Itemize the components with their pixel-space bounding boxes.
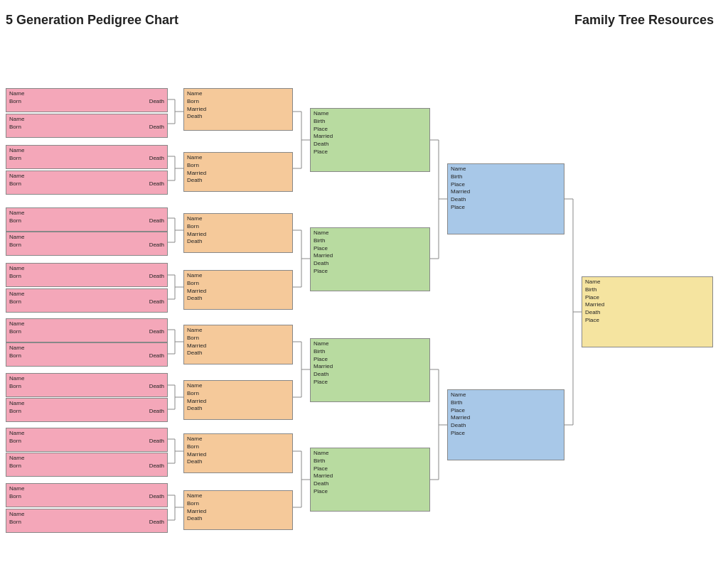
gen2-1-name: Name <box>187 90 289 98</box>
gen2-box-4: Name Born Married Death <box>183 270 293 310</box>
gen1-box-14: Name BornDeath <box>6 453 168 477</box>
gen4-2-married: Married <box>451 414 561 422</box>
gen1-4-name: Name <box>9 173 164 180</box>
gen1-8-born: BornDeath <box>9 298 164 306</box>
gen1-box-6: Name BornDeath <box>6 232 168 256</box>
gen3-1-place2: Place <box>314 148 427 156</box>
gen2-box-6: Name Born Married Death <box>183 380 293 420</box>
gen4-2-place1: Place <box>451 407 561 415</box>
gen1-box-13: Name BornDeath <box>6 428 168 452</box>
page-title: 5 Generation Pedigree Chart <box>6 13 178 28</box>
gen2-6-death: Death <box>187 405 289 413</box>
gen1-10-born: BornDeath <box>9 352 164 360</box>
gen2-4-married: Married <box>187 288 289 296</box>
gen3-3-place2: Place <box>314 379 427 387</box>
gen2-1-death: Death <box>187 113 289 121</box>
gen4-1-place1: Place <box>451 181 561 189</box>
gen1-box-3: Name BornDeath <box>6 145 168 169</box>
gen1-1-born: BornDeath <box>9 98 164 106</box>
gen1-16-name: Name <box>9 511 164 519</box>
gen1-3-name: Name <box>9 147 164 155</box>
gen2-1-married: Married <box>187 106 289 114</box>
gen1-box-7: Name BornDeath <box>6 263 168 287</box>
gen4-2-death: Death <box>451 422 561 430</box>
gen3-2-married: Married <box>314 252 427 260</box>
gen2-box-5: Name Born Married Death <box>183 325 293 364</box>
gen1-13-name: Name <box>9 430 164 438</box>
gen3-2-place1: Place <box>314 245 427 253</box>
gen1-box-16: Name BornDeath <box>6 509 168 533</box>
chart-area: Name BornDeath Name BornDeath Name BornD… <box>3 37 725 559</box>
gen2-7-death: Death <box>187 458 289 466</box>
gen2-8-name: Name <box>187 492 289 500</box>
gen2-7-name: Name <box>187 436 289 443</box>
gen2-7-married: Married <box>187 451 289 459</box>
gen3-box-1: Name Birth Place Married Death Place <box>310 108 430 172</box>
gen5-1-married: Married <box>585 301 710 309</box>
gen2-6-name: Name <box>187 382 289 390</box>
gen2-5-name: Name <box>187 327 289 335</box>
gen4-box-2: Name Birth Place Married Death Place <box>447 389 564 460</box>
gen1-14-born: BornDeath <box>9 463 164 470</box>
gen4-1-married: Married <box>451 188 561 196</box>
gen1-box-5: Name BornDeath <box>6 207 168 232</box>
gen3-4-place2: Place <box>314 488 427 496</box>
gen1-16-born: BornDeath <box>9 519 164 526</box>
gen2-6-married: Married <box>187 398 289 406</box>
gen2-5-death: Death <box>187 350 289 357</box>
gen2-box-3: Name Born Married Death <box>183 213 293 253</box>
gen1-14-name: Name <box>9 455 164 463</box>
gen3-box-3: Name Birth Place Married Death Place <box>310 338 430 402</box>
gen1-5-name: Name <box>9 210 164 217</box>
gen1-2-name: Name <box>9 116 164 124</box>
gen2-8-born: Born <box>187 500 289 508</box>
gen1-7-name: Name <box>9 265 164 273</box>
gen2-8-married: Married <box>187 508 289 516</box>
gen1-6-born: BornDeath <box>9 242 164 249</box>
gen3-1-married: Married <box>314 133 427 141</box>
gen2-2-name: Name <box>187 154 289 162</box>
gen3-4-name: Name <box>314 450 427 458</box>
gen2-6-born: Born <box>187 390 289 398</box>
gen1-box-15: Name BornDeath <box>6 483 168 507</box>
gen1-2-born: BornDeath <box>9 124 164 131</box>
site-title: Family Tree Resources <box>574 13 714 28</box>
gen4-1-death: Death <box>451 196 561 204</box>
gen5-box-1: Name Birth Place Married Death Place <box>582 276 713 347</box>
gen2-2-born: Born <box>187 162 289 170</box>
gen1-3-born: BornDeath <box>9 155 164 163</box>
gen3-box-4: Name Birth Place Married Death Place <box>310 448 430 512</box>
gen4-2-place2: Place <box>451 430 561 438</box>
gen2-8-death: Death <box>187 515 289 523</box>
gen1-box-1: Name BornDeath <box>6 88 168 112</box>
gen3-3-death: Death <box>314 371 427 379</box>
gen1-box-8: Name BornDeath <box>6 288 168 313</box>
gen1-9-name: Name <box>9 320 164 328</box>
gen2-2-death: Death <box>187 177 289 185</box>
gen1-6-name: Name <box>9 234 164 242</box>
gen3-4-birth: Birth <box>314 458 427 465</box>
gen1-box-2: Name BornDeath <box>6 114 168 138</box>
gen5-1-place2: Place <box>585 317 710 325</box>
gen4-1-birth: Birth <box>451 173 561 181</box>
gen5-1-name: Name <box>585 279 710 286</box>
gen5-1-death: Death <box>585 309 710 317</box>
gen1-box-10: Name BornDeath <box>6 342 168 367</box>
gen5-1-birth: Birth <box>585 286 710 294</box>
gen2-box-7: Name Born Married Death <box>183 433 293 473</box>
gen2-7-born: Born <box>187 443 289 451</box>
gen3-2-place2: Place <box>314 268 427 276</box>
gen3-4-death: Death <box>314 480 427 488</box>
gen4-1-name: Name <box>451 166 561 173</box>
gen1-1-name: Name <box>9 90 164 98</box>
gen3-1-name: Name <box>314 110 427 118</box>
gen1-11-born: BornDeath <box>9 383 164 391</box>
gen1-11-name: Name <box>9 375 164 383</box>
gen1-12-name: Name <box>9 400 164 408</box>
gen4-1-place2: Place <box>451 204 561 212</box>
gen2-2-married: Married <box>187 170 289 178</box>
gen1-5-born: BornDeath <box>9 217 164 225</box>
gen1-4-born: BornDeath <box>9 180 164 188</box>
gen2-1-born: Born <box>187 98 289 106</box>
gen3-3-name: Name <box>314 340 427 348</box>
